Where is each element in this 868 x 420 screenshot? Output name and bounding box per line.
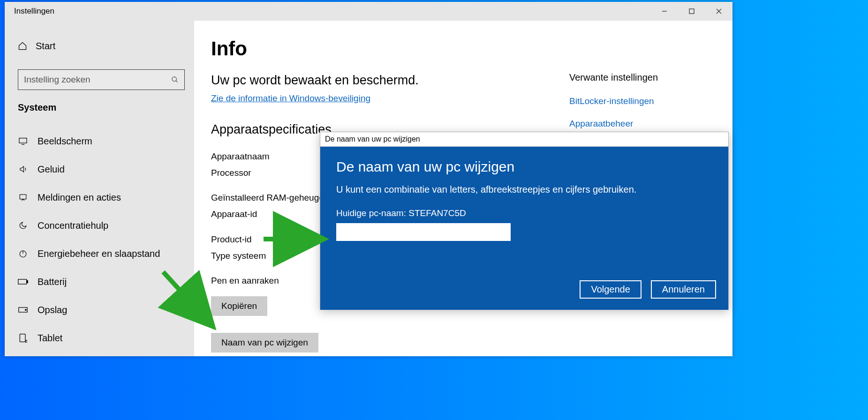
sidebar-item-label: Tablet xyxy=(38,333,62,344)
home-icon xyxy=(18,41,27,51)
next-button[interactable]: Volgende xyxy=(580,280,641,299)
security-link[interactable]: Zie de informatie in Windows-beveiliging xyxy=(211,93,370,104)
search-input[interactable]: Instelling zoeken xyxy=(18,69,185,90)
pc-name-input[interactable] xyxy=(336,223,511,241)
sidebar-item-battery[interactable]: Batterij xyxy=(5,268,194,296)
svg-rect-16 xyxy=(26,340,27,343)
current-pc-name-label: Huidige pc-naam: STEFAN7C5D xyxy=(336,208,466,218)
sidebar-item-label: Geluid xyxy=(38,164,65,175)
window-title: Instellingen xyxy=(5,7,54,16)
minimize-button[interactable] xyxy=(651,2,678,21)
dialog-subtext: U kunt een combinatie van letters, afbre… xyxy=(336,184,712,195)
rename-pc-button[interactable]: Naam van pc wijzigen xyxy=(211,333,318,352)
sidebar-item-notify[interactable]: Meldingen en acties xyxy=(5,183,194,211)
sound-icon xyxy=(18,165,28,173)
svg-rect-11 xyxy=(18,279,27,284)
sidebar-item-label: Opslag xyxy=(38,305,67,315)
maximize-button[interactable] xyxy=(678,2,705,21)
home-label: Start xyxy=(36,41,55,52)
moon-icon xyxy=(18,221,28,230)
page-title: Info xyxy=(211,38,716,60)
sidebar-item-storage[interactable]: Opslag xyxy=(5,296,194,324)
category-label: Systeem xyxy=(5,102,194,113)
rename-pc-dialog: De naam van uw pc wijzigen De naam van u… xyxy=(320,132,729,310)
sidebar-item-label: Meldingen en acties xyxy=(38,192,121,203)
svg-rect-12 xyxy=(27,280,28,283)
sidebar-item-sound[interactable]: Geluid xyxy=(5,155,194,183)
search-icon xyxy=(171,76,179,83)
titlebar: Instellingen xyxy=(5,2,732,21)
copy-button[interactable]: Kopiëren xyxy=(211,296,267,316)
svg-rect-8 xyxy=(20,195,26,199)
sidebar-item-power[interactable]: Energiebeheer en slaapstand xyxy=(5,240,194,268)
close-button[interactable] xyxy=(705,2,732,21)
svg-point-14 xyxy=(25,309,27,311)
svg-rect-1 xyxy=(689,9,694,14)
related-link-bitlocker[interactable]: BitLocker-instellingen xyxy=(569,96,729,106)
sidebar-item-label: Energiebeheer en slaapstand xyxy=(38,248,160,259)
power-icon xyxy=(18,249,28,258)
storage-icon xyxy=(18,307,28,313)
svg-line-5 xyxy=(176,81,177,82)
tablet-icon xyxy=(18,333,28,343)
related-link-device-manager[interactable]: Apparaatbeheer xyxy=(569,119,729,129)
home-link[interactable]: Start xyxy=(5,35,194,57)
sidebar-item-moon[interactable]: Concentratiehulp xyxy=(5,211,194,240)
display-icon xyxy=(18,137,28,145)
notify-icon xyxy=(18,193,28,202)
svg-rect-15 xyxy=(20,334,25,342)
dialog-titlebar: De naam van uw pc wijzigen xyxy=(320,132,728,147)
related-heading: Verwante instellingen xyxy=(569,72,729,83)
window-controls xyxy=(651,2,732,21)
svg-point-4 xyxy=(172,77,176,81)
svg-rect-6 xyxy=(19,138,27,143)
sidebar-item-label: Concentratiehulp xyxy=(38,220,108,231)
dialog-heading: De naam van uw pc wijzigen xyxy=(336,159,712,175)
search-placeholder: Instelling zoeken xyxy=(24,75,91,85)
sidebar: Start Instelling zoeken Systeem Beeldsch… xyxy=(5,21,194,356)
cancel-button[interactable]: Annuleren xyxy=(651,280,716,299)
sidebar-item-tablet[interactable]: Tablet xyxy=(5,324,194,352)
sidebar-item-label: Beeldscherm xyxy=(38,136,92,147)
sidebar-item-display[interactable]: Beeldscherm xyxy=(5,127,194,155)
sidebar-item-label: Batterij xyxy=(38,277,67,287)
battery-icon xyxy=(18,278,28,285)
